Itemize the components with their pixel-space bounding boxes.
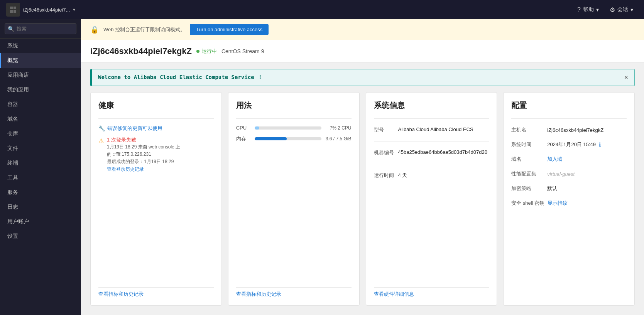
sidebar-item-label: 仓库 xyxy=(7,130,18,136)
sidebar-item-label: 终端 xyxy=(7,160,18,166)
welcome-text: Welcome to Alibaba Cloud Elastic Compute… xyxy=(98,74,263,81)
session-button[interactable]: ⚙ 会话 ▾ xyxy=(605,4,638,16)
sidebar-item-service[interactable]: 服务 xyxy=(0,185,81,200)
topbar-chevron-icon[interactable]: ▾ xyxy=(73,7,75,12)
sidebar-item-system[interactable]: 系统 xyxy=(0,39,81,53)
login-detail-line1: 1月19日 18:29 来自 web console 上 xyxy=(107,144,180,150)
mem-bar xyxy=(255,137,287,140)
sidebar-item-warehouse[interactable]: 仓库 xyxy=(0,126,81,141)
usage-metrics-link[interactable]: 查看指标和历史记录 xyxy=(236,291,281,297)
sidebar-item-label: 系统 xyxy=(7,42,18,49)
hostname-value: iZj6c46sxkb44piei7ekgkZ xyxy=(547,127,603,133)
crypto-value: 默认 xyxy=(547,185,557,192)
page-title: iZj6c46sxkb44piei7ekgkZ xyxy=(90,46,192,56)
sidebar-item-myapps[interactable]: 我的应用 xyxy=(0,83,81,97)
health-warning: ⚠ 1 次登录失败 1月19日 18:29 来自 web console 上 的… xyxy=(98,136,214,173)
sidebar-item-appstore[interactable]: 应用商店 xyxy=(0,68,81,83)
status-badge: 运行中 xyxy=(196,48,217,55)
sidebar-item-label: 文件 xyxy=(7,145,18,151)
domain-join-link[interactable]: 加入域 xyxy=(547,156,562,163)
sidebar: 🔍 系统 概览 应用商店 我的应用 容器 域名 仓库 文件 终端 xyxy=(0,19,81,315)
health-update-row: 🔧 错误修复的更新可以使用 xyxy=(98,125,214,132)
login-fail-link[interactable]: 1 次登录失败 xyxy=(107,137,136,143)
app-logo xyxy=(6,3,20,17)
time-label: 系统时间 xyxy=(511,141,544,148)
restricted-access-banner: 🔒 Web 控制台正运行于限制访问模式。 Turn on administrat… xyxy=(81,19,644,40)
mem-bar-wrap xyxy=(255,137,321,140)
config-perf-row: 性能配置集 virtual-guest xyxy=(511,169,627,179)
config-ssh-row: 安全 shell 密钥 显示指纹 xyxy=(511,198,627,208)
mem-label: 内存 xyxy=(236,135,252,142)
search-input[interactable] xyxy=(5,23,76,34)
type-label: 型号 xyxy=(374,126,395,133)
svg-rect-1 xyxy=(14,7,16,9)
perf-label: 性能配置集 xyxy=(511,170,544,177)
sysinfo-card-title: 系统信息 xyxy=(374,100,489,111)
wrench-icon: 🔧 xyxy=(98,125,105,131)
usage-card: 用法 CPU 7% 2 CPU 内存 3.6 / 7.5 GiB xyxy=(228,92,360,306)
topbar-left: iZj6c46sxkb44piei7... ▾ xyxy=(6,3,83,17)
type-value: Alibaba Cloud Alibaba Cloud ECS xyxy=(398,126,473,132)
help-button[interactable]: ? 帮助 ▾ xyxy=(573,4,603,15)
sidebar-search-area: 🔍 xyxy=(0,19,81,39)
sysinfo-footer: 查看硬件详细信息 xyxy=(374,287,489,298)
page-header: iZj6c46sxkb44piei7ekgkZ 运行中 CentOS Strea… xyxy=(81,40,644,63)
banner-text: Web 控制台正运行于限制访问模式。 xyxy=(103,26,185,33)
os-label: CentOS Stream 9 xyxy=(221,48,264,54)
config-card-title: 配置 xyxy=(511,100,627,111)
perf-value: virtual-guest xyxy=(547,171,575,177)
uptime-label: 运行时间 xyxy=(374,172,395,179)
sidebar-item-terminal[interactable]: 终端 xyxy=(0,156,81,170)
time-info-icon[interactable]: ℹ xyxy=(599,141,601,148)
health-update-link[interactable]: 错误修复的更新可以使用 xyxy=(107,125,162,132)
domain-label: 域名 xyxy=(511,156,544,163)
hardware-detail-link[interactable]: 查看硬件详细信息 xyxy=(374,291,414,297)
cards-grid: 健康 🔧 错误修复的更新可以使用 ⚠ 1 次登录失败 1月19日 18:29 来… xyxy=(81,86,644,315)
mem-value: 3.6 / 7.5 GiB xyxy=(325,136,352,141)
time-value: 2024年1月20日 15:49 xyxy=(547,141,596,148)
sidebar-item-overview[interactable]: 概览 xyxy=(0,53,81,68)
ssh-label: 安全 shell 密钥 xyxy=(511,200,544,207)
help-chevron-icon: ▾ xyxy=(596,7,599,13)
cpu-bar-wrap xyxy=(255,126,321,130)
usage-card-title: 用法 xyxy=(236,100,352,111)
turn-on-admin-access-button[interactable]: Turn on administrative access xyxy=(190,24,269,35)
sidebar-item-tools[interactable]: 工具 xyxy=(0,170,81,185)
help-label: 帮助 xyxy=(583,6,594,13)
sidebar-item-label: 设置 xyxy=(7,233,18,239)
session-label: 会话 xyxy=(617,6,628,13)
sidebar-item-label: 用户账户 xyxy=(7,218,29,224)
health-metrics-link[interactable]: 查看指标和历史记录 xyxy=(98,291,144,297)
sidebar-item-settings[interactable]: 设置 xyxy=(0,229,81,244)
svg-rect-3 xyxy=(14,10,16,13)
sidebar-item-container[interactable]: 容器 xyxy=(0,97,81,112)
uptime-value: 4 天 xyxy=(398,172,407,179)
sysinfo-uptime-row: 运行时间 4 天 xyxy=(374,170,489,180)
welcome-close-button[interactable]: × xyxy=(624,74,628,81)
sidebar-item-users[interactable]: 用户账户 xyxy=(0,214,81,229)
ssh-fingerprint-link[interactable]: 显示指纹 xyxy=(548,200,568,207)
hostname-label: 主机名 xyxy=(511,126,544,133)
config-hostname-row: 主机名 iZj6c46sxkb44piei7ekgkZ xyxy=(511,125,627,135)
svg-rect-2 xyxy=(10,10,13,13)
sidebar-item-label: 容器 xyxy=(7,101,18,107)
sidebar-item-label: 概览 xyxy=(7,57,18,63)
help-icon: ? xyxy=(577,6,581,13)
warning-icon: ⚠ xyxy=(98,137,104,145)
machineid-label: 机器编号 xyxy=(374,149,395,156)
health-card: 健康 🔧 错误修复的更新可以使用 ⚠ 1 次登录失败 1月19日 18:29 来… xyxy=(90,92,222,306)
sidebar-item-label: 日志 xyxy=(7,204,18,210)
usage-footer: 查看指标和历史记录 xyxy=(236,287,352,298)
sidebar-item-files[interactable]: 文件 xyxy=(0,141,81,156)
login-last: 最后成功的登录：1月19日 18:29 xyxy=(107,159,174,164)
cpu-usage-row: CPU 7% 2 CPU xyxy=(236,125,352,131)
cpu-label: CPU xyxy=(236,125,252,131)
svg-rect-0 xyxy=(10,7,13,9)
login-detail: 1月19日 18:29 来自 web console 上 的 ::ffff:17… xyxy=(107,143,180,173)
sidebar-item-logs[interactable]: 日志 xyxy=(0,200,81,214)
health-footer: 查看指标和历史记录 xyxy=(98,287,214,298)
gear-icon: ⚙ xyxy=(610,6,615,13)
history-link[interactable]: 查看登录历史记录 xyxy=(107,167,144,172)
sidebar-item-domain[interactable]: 域名 xyxy=(0,112,81,126)
mem-usage-row: 内存 3.6 / 7.5 GiB xyxy=(236,135,352,142)
